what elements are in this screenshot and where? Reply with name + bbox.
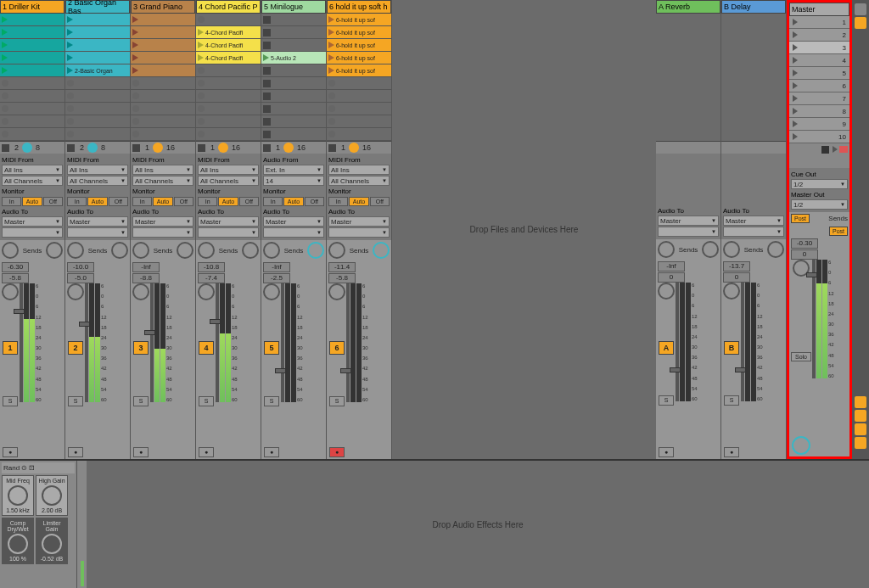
scene-launch-button[interactable]: 7 — [789, 92, 849, 105]
monitor-in-button[interactable]: In — [132, 197, 152, 206]
output-ch-dropdown[interactable] — [658, 227, 719, 237]
clip-slot[interactable] — [327, 128, 391, 141]
solo-button[interactable]: S — [659, 395, 674, 406]
channel-dropdown[interactable]: All Channels — [198, 176, 259, 186]
monitor-off-button[interactable]: Off — [43, 197, 63, 206]
drop-zone[interactable]: Drop Files and Devices Here — [392, 0, 656, 459]
send-a-knob[interactable] — [723, 241, 740, 258]
track-header[interactable]: 3 Grand Piano — [131, 0, 195, 14]
clip-slot[interactable] — [327, 77, 391, 90]
solo-cue-button[interactable]: Solo — [791, 352, 811, 361]
output-ch-dropdown[interactable] — [263, 227, 324, 238]
clip-slot[interactable] — [327, 103, 391, 115]
solo-button[interactable]: S — [264, 396, 279, 406]
scene-launch-button[interactable]: 9 — [789, 118, 849, 131]
track-activator-button[interactable]: 2 — [68, 341, 83, 355]
clip-slot[interactable]: 5-Audio 2 — [261, 52, 326, 64]
toggle-1[interactable] — [855, 396, 866, 408]
pan-knob[interactable] — [2, 283, 19, 300]
monitor-in-button[interactable]: In — [328, 197, 348, 206]
monitor-auto-button[interactable]: Auto — [153, 197, 172, 206]
clip-slot[interactable] — [131, 64, 195, 77]
arm-button[interactable]: ● — [3, 447, 18, 457]
track-header[interactable]: 5 Minilogue — [261, 0, 326, 14]
arm-button[interactable]: ● — [329, 447, 345, 457]
clip-slot[interactable]: 6-hold it up sof — [327, 64, 391, 77]
clip-slot[interactable] — [65, 52, 130, 64]
volume-display[interactable]: -Inf — [132, 262, 160, 272]
clip-slot[interactable] — [261, 77, 326, 90]
clip-slot[interactable] — [261, 90, 326, 103]
clip-slot[interactable]: 4-Chord Pacifi — [196, 26, 261, 39]
clip-slot[interactable] — [65, 103, 130, 115]
output-dropdown[interactable]: Master — [198, 216, 259, 227]
toggle-2[interactable] — [855, 410, 866, 422]
monitor-auto-button[interactable]: Auto — [87, 197, 107, 206]
arm-button[interactable]: ● — [659, 447, 674, 457]
clip-slot[interactable] — [196, 128, 261, 141]
channel-dropdown[interactable]: All Channels — [132, 176, 193, 186]
clip-slot[interactable] — [0, 128, 64, 141]
solo-button[interactable]: S — [133, 396, 149, 406]
send-b-knob[interactable] — [767, 241, 784, 258]
volume-fader[interactable] — [281, 283, 284, 402]
clip-slot[interactable]: 6-hold it up sof — [327, 52, 391, 64]
volume-fader[interactable] — [741, 283, 744, 401]
arm-button[interactable]: ● — [133, 447, 149, 457]
output-dropdown[interactable]: Master — [132, 216, 193, 227]
volume-display[interactable]: -10.8 — [198, 262, 225, 272]
clip-slot[interactable] — [196, 103, 261, 115]
clip-slot[interactable] — [261, 26, 326, 39]
track-activator-button[interactable]: 1 — [3, 341, 18, 355]
clip-slot[interactable] — [0, 90, 64, 103]
cue-volume-knob[interactable] — [792, 436, 810, 455]
solo-button[interactable]: S — [329, 396, 345, 406]
clip-slot[interactable] — [131, 103, 195, 115]
output-dropdown[interactable]: Master — [723, 216, 784, 226]
post-button[interactable]: Post — [829, 227, 848, 236]
clip-slot[interactable] — [196, 115, 261, 128]
clip-slot[interactable] — [196, 14, 261, 26]
pan-knob[interactable] — [198, 283, 215, 300]
cue-out-dropdown[interactable]: 1/2 — [791, 179, 848, 189]
channel-dropdown[interactable]: All Channels — [67, 176, 128, 186]
scene-launch-button[interactable]: 3 — [789, 42, 849, 54]
clip-slot[interactable] — [327, 90, 391, 103]
monitor-off-button[interactable]: Off — [370, 197, 390, 206]
clip-slot[interactable]: 6-hold it up sof — [327, 14, 391, 26]
output-ch-dropdown[interactable] — [723, 227, 784, 237]
arm-button[interactable]: ● — [199, 447, 214, 457]
volume-fader[interactable] — [85, 283, 88, 402]
pan-knob[interactable] — [132, 283, 149, 300]
clip-slot[interactable] — [0, 115, 64, 128]
volume-display[interactable]: -Inf — [263, 262, 290, 272]
pan-knob[interactable] — [658, 283, 675, 300]
master-volume-display[interactable]: -0.30 — [791, 238, 818, 249]
device-toggle-icon[interactable]: ⊙ — [21, 464, 27, 472]
device-save-icon[interactable]: ⊡ — [29, 464, 35, 472]
clip-slot[interactable] — [0, 39, 64, 52]
track-activator-button[interactable]: B — [724, 341, 739, 355]
output-dropdown[interactable]: Master — [263, 216, 324, 227]
monitor-auto-button[interactable]: Auto — [218, 197, 238, 206]
clip-slot[interactable] — [261, 64, 326, 77]
clip-slot[interactable] — [261, 39, 326, 52]
clip-slot[interactable] — [0, 103, 64, 115]
input-dropdown[interactable]: All Ins — [2, 165, 63, 175]
output-ch-dropdown[interactable] — [2, 227, 63, 238]
monitor-off-button[interactable]: Off — [174, 197, 193, 206]
input-dropdown[interactable]: All Ins — [67, 165, 128, 175]
clip-slot[interactable] — [65, 90, 130, 103]
send-b-knob[interactable] — [242, 242, 259, 259]
track-header[interactable]: 2 Basic Organ Bas — [65, 0, 130, 14]
volume-display[interactable]: -Inf — [658, 261, 685, 272]
send-a-knob[interactable] — [132, 242, 149, 259]
send-a-knob[interactable] — [198, 242, 215, 259]
send-b-knob[interactable] — [307, 242, 324, 259]
solo-button[interactable]: S — [68, 396, 83, 406]
arm-button[interactable]: ● — [264, 447, 279, 457]
clip-slot[interactable] — [196, 64, 261, 77]
monitor-auto-button[interactable]: Auto — [349, 197, 368, 206]
monitor-off-button[interactable]: Off — [305, 197, 324, 206]
pan-knob[interactable] — [263, 283, 280, 300]
